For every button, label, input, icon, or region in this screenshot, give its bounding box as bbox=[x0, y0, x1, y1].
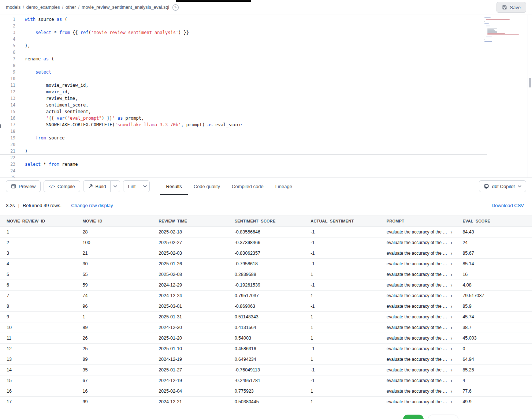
build-button[interactable]: Build bbox=[83, 181, 111, 192]
table-cell: 1 bbox=[304, 269, 380, 280]
code-line[interactable]: 20 bbox=[0, 141, 532, 148]
prompt-text: evaluate the accuracy of the res... bbox=[387, 261, 449, 266]
chevron-right-icon[interactable]: › bbox=[450, 293, 452, 298]
table-cell: evaluate the accuracy of the res...› bbox=[380, 386, 456, 396]
table-cell: 4.08 bbox=[456, 280, 532, 290]
chevron-right-icon[interactable]: › bbox=[450, 399, 452, 404]
code-line[interactable]: 18 bbox=[0, 128, 532, 135]
code-line[interactable]: 1with source as ( bbox=[0, 16, 532, 23]
code-line[interactable]: 15 actual_sentiment, bbox=[0, 108, 532, 115]
table-cell: 1 bbox=[304, 386, 380, 396]
code-line[interactable]: 2 bbox=[0, 23, 532, 29]
chevron-right-icon[interactable]: › bbox=[450, 303, 452, 309]
chevron-right-icon[interactable]: › bbox=[450, 272, 452, 277]
tab-compiled-code[interactable]: Compiled code bbox=[226, 178, 269, 195]
table-cell: evaluate the accuracy of the res...› bbox=[380, 237, 456, 248]
preview-button[interactable]: Preview bbox=[6, 180, 41, 192]
code-line[interactable]: 16 '{{ var("eval_prompt") }}' as prompt, bbox=[0, 115, 532, 121]
chevron-right-icon[interactable]: › bbox=[450, 250, 452, 256]
tab-results[interactable]: Results bbox=[160, 178, 187, 195]
breadcrumb-item[interactable]: demo_examples bbox=[26, 5, 60, 10]
table-cell: 14 bbox=[0, 364, 76, 375]
prompt-text: evaluate the accuracy of the res... bbox=[387, 357, 449, 362]
code-line[interactable]: 14 sentiment_score, bbox=[0, 102, 532, 108]
code-text bbox=[15, 62, 25, 69]
line-number: 24 bbox=[0, 168, 15, 174]
code-line[interactable]: 24 bbox=[0, 168, 532, 174]
code-line[interactable]: 8 bbox=[0, 62, 532, 69]
code-editor[interactable]: 1with source as (23 select * from {{ ref… bbox=[0, 15, 532, 177]
table-cell: 0 bbox=[456, 343, 532, 354]
download-csv-link[interactable]: Download CSV bbox=[492, 203, 526, 208]
code-line[interactable]: 22 bbox=[0, 154, 532, 161]
chevron-right-icon[interactable]: › bbox=[450, 229, 452, 235]
table-cell: 0.50380445 bbox=[228, 396, 304, 407]
dbt-copilot-button[interactable]: dbt Copilot bbox=[479, 180, 526, 192]
code-text: with source as ( bbox=[15, 16, 67, 23]
chevron-right-icon[interactable]: › bbox=[450, 335, 452, 341]
code-text: ), bbox=[15, 42, 30, 49]
prompt-text: evaluate the accuracy of the res... bbox=[387, 240, 449, 245]
chevron-right-icon[interactable]: › bbox=[450, 325, 452, 330]
chevron-right-icon[interactable]: › bbox=[450, 346, 452, 351]
code-line[interactable]: 7rename as ( bbox=[0, 56, 532, 62]
build-dropdown-button[interactable] bbox=[110, 181, 120, 192]
table-cell: -1 bbox=[304, 364, 380, 375]
chevron-right-icon[interactable]: › bbox=[450, 314, 452, 319]
chevron-right-icon[interactable]: › bbox=[450, 378, 452, 383]
code-line[interactable]: 5), bbox=[0, 42, 532, 49]
tab-lineage[interactable]: Lineage bbox=[269, 178, 298, 195]
editor-scrollbar-thumb[interactable] bbox=[529, 78, 531, 87]
chevron-right-icon[interactable]: › bbox=[450, 240, 452, 245]
table-cell: 1 bbox=[304, 333, 380, 343]
code-text: from source bbox=[15, 135, 64, 141]
code-line[interactable]: 17 SNOWFLAKE.CORTEX.COMPLETE('snowflake-… bbox=[0, 121, 532, 128]
breadcrumb-item[interactable]: models bbox=[6, 5, 21, 10]
code-line[interactable]: 6 bbox=[0, 49, 532, 56]
change-row-display-link[interactable]: Change row display bbox=[71, 203, 113, 208]
chevron-right-icon[interactable]: › bbox=[450, 282, 452, 288]
breadcrumb-item[interactable]: other bbox=[66, 5, 76, 10]
line-number: 8 bbox=[0, 62, 15, 69]
code-line[interactable]: 12 movie_id, bbox=[0, 89, 532, 95]
save-button[interactable]: Save bbox=[496, 2, 526, 13]
column-header: ACTUAL_SENTIMENT bbox=[304, 216, 380, 227]
table-cell: 84.43 bbox=[456, 227, 532, 237]
table-row: 16162025-02-040.7759231evaluate the accu… bbox=[0, 386, 532, 396]
breadcrumb-separator: / bbox=[78, 5, 79, 10]
code-line[interactable]: 19 from source bbox=[0, 135, 532, 141]
minimap[interactable] bbox=[484, 17, 525, 44]
bottom-green-button[interactable] bbox=[403, 415, 424, 419]
table-cell: 12 bbox=[0, 343, 76, 354]
table-cell: 2025-01-20 bbox=[152, 333, 228, 343]
breadcrumb-item[interactable]: movie_review_sentiment_analysis_eval.sql bbox=[82, 5, 169, 10]
bottom-outline-button[interactable] bbox=[428, 415, 458, 419]
chevron-right-icon[interactable]: › bbox=[450, 356, 452, 362]
code-line[interactable]: 23select * from rename bbox=[0, 161, 532, 168]
compile-button[interactable]: </> Compile bbox=[44, 180, 80, 192]
chevron-right-icon[interactable]: › bbox=[450, 261, 452, 266]
table-cell: 79.517037 bbox=[456, 290, 532, 301]
code-line[interactable]: 13 review_time, bbox=[0, 95, 532, 102]
code-line[interactable]: 9 select bbox=[0, 69, 532, 75]
table-cell: -1 bbox=[304, 227, 380, 237]
prompt-text: evaluate the accuracy of the res... bbox=[387, 283, 449, 288]
table-cell: -1 bbox=[304, 301, 380, 311]
code-line[interactable]: 21) bbox=[0, 148, 532, 154]
table-cell: 1 bbox=[304, 311, 380, 322]
code-line[interactable]: 4 bbox=[0, 36, 532, 42]
code-line[interactable]: 3 select * from {{ ref('movie_review_sen… bbox=[0, 29, 532, 36]
lint-button[interactable]: Lint bbox=[123, 181, 140, 192]
chevron-right-icon[interactable]: › bbox=[450, 367, 452, 373]
code-line[interactable]: 25 bbox=[0, 174, 532, 177]
column-header: SENTIMENT_SCORE bbox=[228, 216, 304, 227]
code-line[interactable]: 11 movie_review_id, bbox=[0, 82, 532, 89]
lint-dropdown-button[interactable] bbox=[140, 181, 149, 192]
table-cell: 2025-01-31 bbox=[152, 311, 228, 322]
tab-code-quality[interactable]: Code quality bbox=[188, 178, 226, 195]
chevron-right-icon[interactable]: › bbox=[450, 388, 452, 394]
compile-label: Compile bbox=[57, 184, 75, 189]
code-line[interactable]: 10 bbox=[0, 75, 532, 82]
table-cell: -1 bbox=[304, 343, 380, 354]
code-text bbox=[15, 154, 25, 161]
